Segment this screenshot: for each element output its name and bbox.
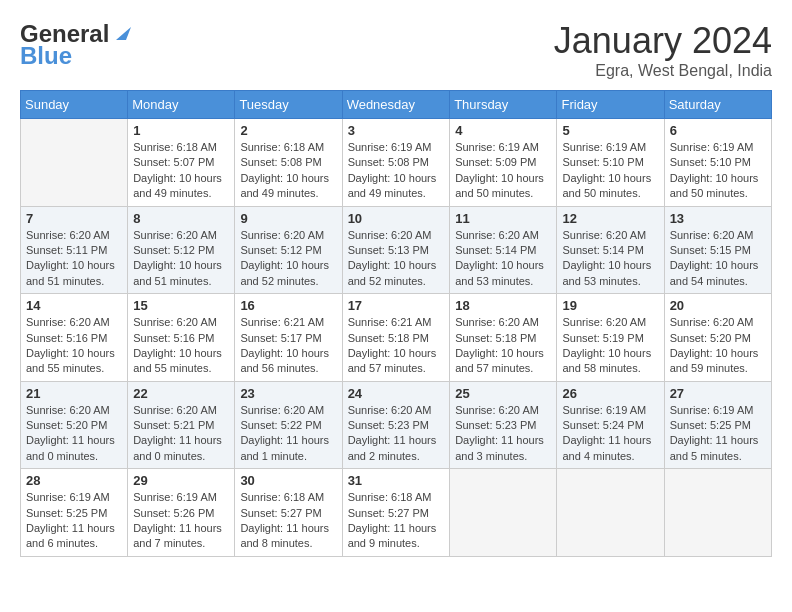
table-row: 18Sunrise: 6:20 AMSunset: 5:18 PMDayligh… <box>450 294 557 382</box>
day-info: Sunrise: 6:20 AMSunset: 5:20 PMDaylight:… <box>670 315 766 377</box>
table-row: 19Sunrise: 6:20 AMSunset: 5:19 PMDayligh… <box>557 294 664 382</box>
day-number: 31 <box>348 473 445 488</box>
day-info: Sunrise: 6:18 AMSunset: 5:27 PMDaylight:… <box>240 490 336 552</box>
header-friday: Friday <box>557 91 664 119</box>
calendar-week-row: 28Sunrise: 6:19 AMSunset: 5:25 PMDayligh… <box>21 469 772 557</box>
day-number: 13 <box>670 211 766 226</box>
table-row: 28Sunrise: 6:19 AMSunset: 5:25 PMDayligh… <box>21 469 128 557</box>
day-info: Sunrise: 6:20 AMSunset: 5:11 PMDaylight:… <box>26 228 122 290</box>
day-number: 20 <box>670 298 766 313</box>
day-info: Sunrise: 6:21 AMSunset: 5:18 PMDaylight:… <box>348 315 445 377</box>
day-number: 1 <box>133 123 229 138</box>
day-info: Sunrise: 6:18 AMSunset: 5:08 PMDaylight:… <box>240 140 336 202</box>
logo: General Blue <box>20 20 131 70</box>
day-info: Sunrise: 6:20 AMSunset: 5:20 PMDaylight:… <box>26 403 122 465</box>
day-info: Sunrise: 6:19 AMSunset: 5:09 PMDaylight:… <box>455 140 551 202</box>
day-number: 19 <box>562 298 658 313</box>
table-row: 13Sunrise: 6:20 AMSunset: 5:15 PMDayligh… <box>664 206 771 294</box>
table-row: 15Sunrise: 6:20 AMSunset: 5:16 PMDayligh… <box>128 294 235 382</box>
table-row: 8Sunrise: 6:20 AMSunset: 5:12 PMDaylight… <box>128 206 235 294</box>
day-number: 23 <box>240 386 336 401</box>
calendar-week-row: 7Sunrise: 6:20 AMSunset: 5:11 PMDaylight… <box>21 206 772 294</box>
day-info: Sunrise: 6:18 AMSunset: 5:27 PMDaylight:… <box>348 490 445 552</box>
table-row: 26Sunrise: 6:19 AMSunset: 5:24 PMDayligh… <box>557 381 664 469</box>
day-number: 22 <box>133 386 229 401</box>
day-info: Sunrise: 6:19 AMSunset: 5:10 PMDaylight:… <box>670 140 766 202</box>
day-info: Sunrise: 6:20 AMSunset: 5:23 PMDaylight:… <box>455 403 551 465</box>
day-number: 28 <box>26 473 122 488</box>
day-number: 30 <box>240 473 336 488</box>
table-row: 24Sunrise: 6:20 AMSunset: 5:23 PMDayligh… <box>342 381 450 469</box>
day-number: 10 <box>348 211 445 226</box>
day-info: Sunrise: 6:20 AMSunset: 5:19 PMDaylight:… <box>562 315 658 377</box>
table-row: 12Sunrise: 6:20 AMSunset: 5:14 PMDayligh… <box>557 206 664 294</box>
table-row: 2Sunrise: 6:18 AMSunset: 5:08 PMDaylight… <box>235 119 342 207</box>
header-thursday: Thursday <box>450 91 557 119</box>
table-row: 3Sunrise: 6:19 AMSunset: 5:08 PMDaylight… <box>342 119 450 207</box>
day-info: Sunrise: 6:20 AMSunset: 5:12 PMDaylight:… <box>240 228 336 290</box>
day-number: 24 <box>348 386 445 401</box>
table-row: 4Sunrise: 6:19 AMSunset: 5:09 PMDaylight… <box>450 119 557 207</box>
day-number: 29 <box>133 473 229 488</box>
day-number: 25 <box>455 386 551 401</box>
day-number: 3 <box>348 123 445 138</box>
table-row: 30Sunrise: 6:18 AMSunset: 5:27 PMDayligh… <box>235 469 342 557</box>
table-row: 17Sunrise: 6:21 AMSunset: 5:18 PMDayligh… <box>342 294 450 382</box>
day-info: Sunrise: 6:20 AMSunset: 5:18 PMDaylight:… <box>455 315 551 377</box>
day-info: Sunrise: 6:19 AMSunset: 5:25 PMDaylight:… <box>670 403 766 465</box>
day-info: Sunrise: 6:20 AMSunset: 5:22 PMDaylight:… <box>240 403 336 465</box>
day-number: 7 <box>26 211 122 226</box>
day-info: Sunrise: 6:20 AMSunset: 5:21 PMDaylight:… <box>133 403 229 465</box>
day-info: Sunrise: 6:20 AMSunset: 5:14 PMDaylight:… <box>562 228 658 290</box>
day-number: 2 <box>240 123 336 138</box>
day-info: Sunrise: 6:20 AMSunset: 5:13 PMDaylight:… <box>348 228 445 290</box>
day-info: Sunrise: 6:20 AMSunset: 5:16 PMDaylight:… <box>26 315 122 377</box>
day-number: 6 <box>670 123 766 138</box>
calendar-week-row: 14Sunrise: 6:20 AMSunset: 5:16 PMDayligh… <box>21 294 772 382</box>
day-info: Sunrise: 6:18 AMSunset: 5:07 PMDaylight:… <box>133 140 229 202</box>
table-row: 9Sunrise: 6:20 AMSunset: 5:12 PMDaylight… <box>235 206 342 294</box>
day-number: 18 <box>455 298 551 313</box>
day-number: 5 <box>562 123 658 138</box>
day-info: Sunrise: 6:19 AMSunset: 5:10 PMDaylight:… <box>562 140 658 202</box>
table-row: 6Sunrise: 6:19 AMSunset: 5:10 PMDaylight… <box>664 119 771 207</box>
day-info: Sunrise: 6:19 AMSunset: 5:08 PMDaylight:… <box>348 140 445 202</box>
day-number: 21 <box>26 386 122 401</box>
day-number: 14 <box>26 298 122 313</box>
calendar-week-row: 1Sunrise: 6:18 AMSunset: 5:07 PMDaylight… <box>21 119 772 207</box>
day-number: 12 <box>562 211 658 226</box>
table-row <box>664 469 771 557</box>
calendar-table: Sunday Monday Tuesday Wednesday Thursday… <box>20 90 772 557</box>
logo-blue: Blue <box>20 42 72 70</box>
table-row: 29Sunrise: 6:19 AMSunset: 5:26 PMDayligh… <box>128 469 235 557</box>
day-info: Sunrise: 6:20 AMSunset: 5:15 PMDaylight:… <box>670 228 766 290</box>
page-header: General Blue January 2024 Egra, West Ben… <box>20 20 772 80</box>
day-info: Sunrise: 6:21 AMSunset: 5:17 PMDaylight:… <box>240 315 336 377</box>
calendar-week-row: 21Sunrise: 6:20 AMSunset: 5:20 PMDayligh… <box>21 381 772 469</box>
day-info: Sunrise: 6:19 AMSunset: 5:26 PMDaylight:… <box>133 490 229 552</box>
logo-bird-icon <box>111 22 131 42</box>
table-row: 11Sunrise: 6:20 AMSunset: 5:14 PMDayligh… <box>450 206 557 294</box>
day-number: 16 <box>240 298 336 313</box>
location: Egra, West Bengal, India <box>554 62 772 80</box>
day-info: Sunrise: 6:19 AMSunset: 5:25 PMDaylight:… <box>26 490 122 552</box>
header-wednesday: Wednesday <box>342 91 450 119</box>
table-row: 31Sunrise: 6:18 AMSunset: 5:27 PMDayligh… <box>342 469 450 557</box>
month-title: January 2024 <box>554 20 772 62</box>
table-row <box>21 119 128 207</box>
day-info: Sunrise: 6:20 AMSunset: 5:12 PMDaylight:… <box>133 228 229 290</box>
day-number: 11 <box>455 211 551 226</box>
table-row <box>557 469 664 557</box>
day-info: Sunrise: 6:20 AMSunset: 5:16 PMDaylight:… <box>133 315 229 377</box>
table-row: 7Sunrise: 6:20 AMSunset: 5:11 PMDaylight… <box>21 206 128 294</box>
table-row: 23Sunrise: 6:20 AMSunset: 5:22 PMDayligh… <box>235 381 342 469</box>
header-tuesday: Tuesday <box>235 91 342 119</box>
table-row: 20Sunrise: 6:20 AMSunset: 5:20 PMDayligh… <box>664 294 771 382</box>
day-info: Sunrise: 6:19 AMSunset: 5:24 PMDaylight:… <box>562 403 658 465</box>
table-row: 14Sunrise: 6:20 AMSunset: 5:16 PMDayligh… <box>21 294 128 382</box>
day-number: 15 <box>133 298 229 313</box>
table-row: 1Sunrise: 6:18 AMSunset: 5:07 PMDaylight… <box>128 119 235 207</box>
table-row: 16Sunrise: 6:21 AMSunset: 5:17 PMDayligh… <box>235 294 342 382</box>
table-row <box>450 469 557 557</box>
table-row: 25Sunrise: 6:20 AMSunset: 5:23 PMDayligh… <box>450 381 557 469</box>
